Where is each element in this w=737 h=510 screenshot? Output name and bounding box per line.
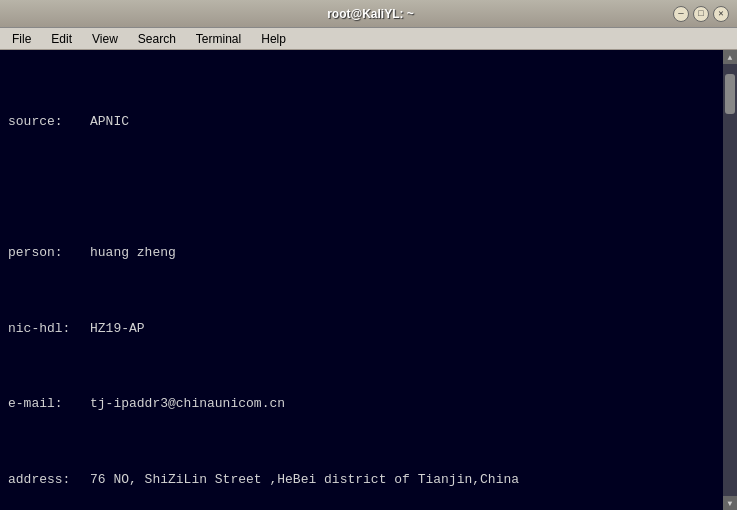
scrollbar-thumb[interactable] xyxy=(725,74,735,114)
line-email: e-mail:tj-ipaddr3@chinaunicom.cn xyxy=(8,395,729,414)
minimize-button[interactable]: ─ xyxy=(673,6,689,22)
terminal-content: source:APNIC person:huang zheng nic-hdl:… xyxy=(8,56,729,510)
close-button[interactable]: ✕ xyxy=(713,6,729,22)
menu-terminal[interactable]: Terminal xyxy=(188,30,249,48)
scroll-up-button[interactable]: ▲ xyxy=(723,50,737,64)
window-controls[interactable]: ─ □ ✕ xyxy=(673,6,729,22)
label: e-mail: xyxy=(8,395,90,414)
label: nic-hdl: xyxy=(8,320,90,339)
menu-search[interactable]: Search xyxy=(130,30,184,48)
value: tj-ipaddr3@chinaunicom.cn xyxy=(90,396,285,411)
menu-edit[interactable]: Edit xyxy=(43,30,80,48)
label: source: xyxy=(8,113,90,132)
menu-file[interactable]: File xyxy=(4,30,39,48)
maximize-button[interactable]: □ xyxy=(693,6,709,22)
label: address: xyxy=(8,471,90,490)
line-address: address:76 NO, ShiZiLin Street ,HeBei di… xyxy=(8,471,729,490)
window-title: root@KaliYL: ~ xyxy=(68,7,673,21)
line-blank1 xyxy=(8,169,729,188)
value: huang zheng xyxy=(90,245,176,260)
scroll-down-button[interactable]: ▼ xyxy=(723,496,737,510)
label: person: xyxy=(8,244,90,263)
menubar: File Edit View Search Terminal Help xyxy=(0,28,737,50)
line-source1: source:APNIC xyxy=(8,113,729,132)
value: APNIC xyxy=(90,114,129,129)
menu-help[interactable]: Help xyxy=(253,30,294,48)
value: HZ19-AP xyxy=(90,321,145,336)
line-nichdl: nic-hdl:HZ19-AP xyxy=(8,320,729,339)
scrollbar[interactable]: ▲ ▼ xyxy=(723,50,737,510)
value: 76 NO, ShiZiLin Street ,HeBei district o… xyxy=(90,472,519,487)
titlebar: root@KaliYL: ~ ─ □ ✕ xyxy=(0,0,737,28)
line-person: person:huang zheng xyxy=(8,244,729,263)
terminal-window: source:APNIC person:huang zheng nic-hdl:… xyxy=(0,50,737,510)
menu-view[interactable]: View xyxy=(84,30,126,48)
